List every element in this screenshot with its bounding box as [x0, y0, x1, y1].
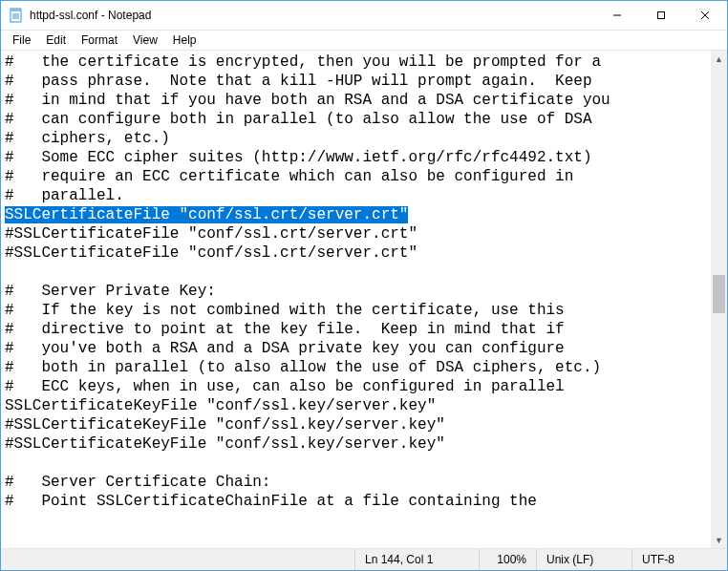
scroll-up-arrow[interactable]: ▲ — [711, 51, 727, 67]
menu-edit[interactable]: Edit — [38, 32, 74, 49]
editor-line[interactable]: # Point SSLCertificateChainFile at a fil… — [5, 492, 707, 511]
statusbar: Ln 144, Col 1 100% Unix (LF) UTF-8 — [1, 549, 727, 570]
status-empty — [1, 549, 354, 570]
editor-line[interactable]: # both in parallel (to also allow the us… — [5, 358, 707, 377]
svg-rect-1 — [11, 9, 21, 11]
editor-line[interactable]: # parallel. — [5, 186, 707, 205]
editor-line[interactable]: #SSLCertificateFile "conf/ssl.crt/server… — [5, 243, 707, 263]
vertical-scrollbar[interactable]: ▲ ▼ — [711, 51, 727, 548]
editor-line[interactable]: #SSLCertificateFile "conf/ssl.crt/server… — [5, 224, 707, 243]
scroll-thumb[interactable] — [713, 275, 725, 313]
editor-line[interactable]: # pass phrase. Note that a kill -HUP wil… — [5, 72, 707, 91]
editor-line[interactable]: # Server Certificate Chain: — [5, 473, 707, 492]
menu-format[interactable]: Format — [74, 32, 125, 49]
window-controls — [595, 1, 727, 30]
menu-help[interactable]: Help — [165, 32, 204, 49]
editor-area: # the certificate is encrypted, then you… — [1, 50, 727, 549]
editor-line[interactable] — [5, 454, 707, 473]
status-zoom: 100% — [479, 549, 536, 570]
menu-file[interactable]: File — [5, 32, 38, 49]
notepad-window: httpd-ssl.conf - Notepad File Edit Forma… — [0, 0, 728, 571]
editor-line[interactable]: #SSLCertificateKeyFile "conf/ssl.key/ser… — [5, 434, 707, 454]
editor-line[interactable]: # can configure both in parallel (to als… — [5, 110, 707, 129]
editor-line[interactable]: # in mind that if you have both an RSA a… — [5, 91, 707, 110]
svg-rect-6 — [658, 12, 665, 19]
editor-line[interactable]: # the certificate is encrypted, then you… — [5, 53, 707, 72]
minimize-button[interactable] — [595, 1, 639, 30]
editor-line[interactable]: # ECC keys, when in use, can also be con… — [5, 377, 707, 396]
maximize-button[interactable] — [639, 1, 683, 30]
close-button[interactable] — [683, 1, 727, 30]
editor-line[interactable]: #SSLCertificateKeyFile "conf/ssl.key/ser… — [5, 415, 707, 434]
editor-line[interactable]: # Some ECC cipher suites (http://www.iet… — [5, 148, 707, 167]
titlebar[interactable]: httpd-ssl.conf - Notepad — [1, 1, 727, 31]
editor-line[interactable]: SSLCertificateFile "conf/ssl.crt/server.… — [5, 205, 707, 224]
editor-line[interactable]: # require an ECC certificate which can a… — [5, 167, 707, 186]
notepad-icon — [9, 8, 24, 23]
status-encoding: UTF-8 — [632, 549, 727, 570]
editor-line[interactable] — [5, 263, 707, 282]
editor-line[interactable]: # ciphers, etc.) — [5, 129, 707, 148]
status-position: Ln 144, Col 1 — [354, 549, 479, 570]
editor-line[interactable]: # directive to point at the key file. Ke… — [5, 320, 707, 339]
editor-line[interactable]: # If the key is not combined with the ce… — [5, 301, 707, 320]
scroll-down-arrow[interactable]: ▼ — [711, 532, 727, 548]
text-editor[interactable]: # the certificate is encrypted, then you… — [1, 51, 711, 548]
menu-view[interactable]: View — [125, 32, 165, 49]
status-eol: Unix (LF) — [536, 549, 632, 570]
editor-line[interactable]: # you've both a RSA and a DSA private ke… — [5, 339, 707, 358]
editor-line[interactable]: # Server Private Key: — [5, 282, 707, 301]
menubar: File Edit Format View Help — [1, 31, 727, 50]
window-title: httpd-ssl.conf - Notepad — [30, 9, 151, 22]
editor-line[interactable]: SSLCertificateKeyFile "conf/ssl.key/serv… — [5, 396, 707, 415]
